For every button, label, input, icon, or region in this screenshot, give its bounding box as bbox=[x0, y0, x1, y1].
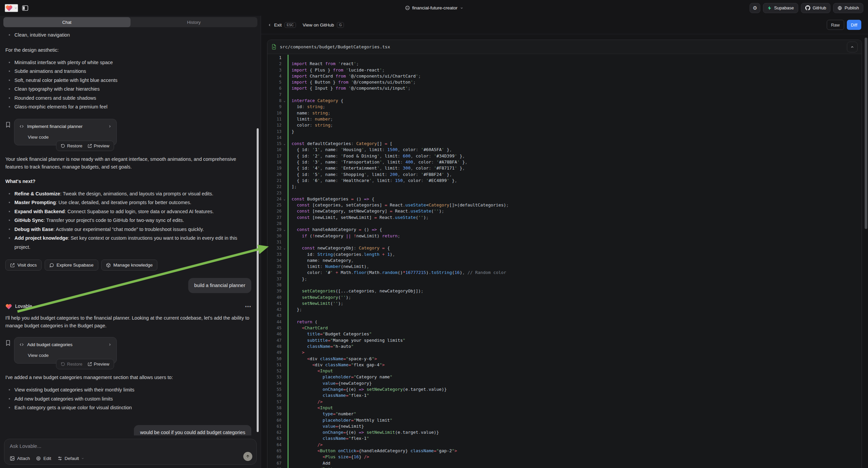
chat-scrollbar[interactable] bbox=[257, 128, 259, 432]
raw-toggle-button[interactable]: Raw bbox=[827, 20, 844, 30]
restore-button[interactable]: Restore bbox=[61, 361, 83, 367]
line-number: 28 bbox=[268, 221, 281, 227]
code-line: 41 setNewLimit(''); bbox=[268, 300, 862, 306]
code-line: 35 limit: Number(newLimit), bbox=[268, 264, 862, 270]
code-line: 66 <Plus size={16} /> bbox=[268, 454, 862, 460]
settings-button[interactable]: ⚙ bbox=[750, 3, 760, 13]
manage-knowledge-button[interactable]: Manage knowledge bbox=[101, 260, 157, 271]
tab-chat[interactable]: Chat bbox=[3, 17, 130, 27]
line-number: 64 bbox=[268, 442, 281, 448]
fold-gutter bbox=[281, 442, 287, 448]
code-line: 17 { id: '2', name: 'Food & Dining', lim… bbox=[268, 153, 862, 159]
line-number: 37 bbox=[268, 276, 281, 282]
file-header[interactable]: src/components/budget/BudgetCategories.t… bbox=[268, 40, 862, 54]
code-editor[interactable]: 12import React from 'react';3import { Pl… bbox=[268, 54, 862, 468]
code-line: 65 <Button onClick={handleAddCategory} c… bbox=[268, 448, 862, 454]
explore-supabase-button[interactable]: Explore Supabase bbox=[44, 260, 98, 271]
view-code-link[interactable]: View code bbox=[28, 133, 112, 141]
send-button[interactable] bbox=[243, 452, 252, 461]
code-scrollbar[interactable] bbox=[865, 38, 867, 229]
line-number: 51 bbox=[268, 362, 281, 368]
fold-gutter bbox=[281, 258, 287, 264]
fold-gutter bbox=[281, 319, 287, 325]
design-list: Minimalist interface with plenty of whit… bbox=[5, 58, 251, 112]
code-line: 18 { id: '3', name: 'Transportation', li… bbox=[268, 159, 862, 165]
exit-button[interactable]: Exit ESC bbox=[268, 22, 296, 28]
edit-button[interactable]: Edit bbox=[36, 456, 51, 461]
fold-chevron-icon[interactable]: ⌄ bbox=[281, 227, 287, 233]
code-text bbox=[287, 239, 862, 245]
line-number: 20 bbox=[268, 172, 281, 178]
fold-gutter bbox=[281, 233, 287, 239]
topbar: financial-future-creator ⚙ Supabase GitH… bbox=[0, 0, 868, 16]
code-line: 12 color: string; bbox=[268, 122, 862, 128]
chat-input[interactable] bbox=[10, 443, 252, 452]
fold-gutter bbox=[281, 448, 287, 454]
code-line: 26 const [newCategory, setNewCategory] =… bbox=[268, 208, 862, 214]
code-line: 60 placeholder="Monthly limit" bbox=[268, 417, 862, 423]
github-button[interactable]: GitHub bbox=[801, 3, 830, 13]
preview-button[interactable]: Preview bbox=[88, 143, 110, 148]
code-text: } bbox=[287, 128, 862, 135]
tab-history[interactable]: History bbox=[130, 17, 258, 27]
preview-button[interactable]: Preview bbox=[88, 361, 110, 367]
fold-gutter bbox=[281, 172, 287, 178]
code-text: </Button> bbox=[287, 466, 862, 468]
line-number: 30 bbox=[268, 233, 281, 239]
sidebar-toggle-button[interactable] bbox=[20, 3, 30, 13]
fold-gutter bbox=[281, 221, 287, 227]
line-number: 62 bbox=[268, 429, 281, 435]
code-text: id: String(categories.length + 1), bbox=[287, 252, 862, 258]
supabase-button[interactable]: Supabase bbox=[763, 3, 798, 13]
code-text: const handleAddCategory = () => { bbox=[287, 227, 862, 233]
code-line: 11 limit: number; bbox=[268, 116, 862, 122]
fold-chevron-icon[interactable]: ⌄ bbox=[281, 98, 287, 104]
fold-gutter bbox=[281, 331, 287, 337]
line-number: 66 bbox=[268, 454, 281, 460]
fold-chevron-icon[interactable]: ⌄ bbox=[281, 141, 287, 147]
fold-gutter bbox=[281, 460, 287, 466]
fold-gutter bbox=[281, 417, 287, 423]
code-line: 9 id: string; bbox=[268, 104, 862, 110]
project-switcher[interactable]: financial-future-creator bbox=[405, 0, 463, 16]
attach-button[interactable]: Attach bbox=[10, 456, 30, 461]
fold-gutter bbox=[281, 104, 287, 110]
code-line: 67 Add bbox=[268, 460, 862, 466]
code-line: 39 setCategories([...categories, newCate… bbox=[268, 288, 862, 294]
chevron-right-icon bbox=[108, 124, 112, 128]
model-selector[interactable]: Default bbox=[57, 456, 85, 461]
code-text: <Input bbox=[287, 368, 862, 374]
fold-chevron-icon[interactable]: ⌄ bbox=[281, 196, 287, 202]
view-code-link[interactable]: View code bbox=[28, 351, 112, 359]
line-number: 39 bbox=[268, 288, 281, 294]
bookmark-icon[interactable] bbox=[5, 340, 11, 363]
more-options-button[interactable]: ••• bbox=[245, 303, 251, 309]
version-card-add-budget-categories[interactable]: Add budget categories View code Restore bbox=[14, 337, 117, 363]
lovable-logo-menu[interactable] bbox=[5, 4, 18, 12]
diff-toggle-button[interactable]: Diff bbox=[847, 20, 861, 30]
fold-gutter bbox=[281, 184, 287, 190]
code-text: className="flex-1" bbox=[287, 392, 862, 399]
chat-message-list[interactable]: Clean, intuitive navigation For the desi… bbox=[0, 27, 261, 435]
fold-gutter bbox=[281, 392, 287, 399]
bookmark-icon[interactable] bbox=[5, 121, 11, 145]
code-text: interface Category { bbox=[287, 98, 862, 104]
fold-gutter bbox=[281, 386, 287, 392]
fold-gutter bbox=[281, 423, 287, 429]
view-on-github-button[interactable]: View on GitHub G bbox=[303, 22, 344, 28]
code-text: <Plus size={16} /> bbox=[287, 454, 862, 460]
fold-gutter bbox=[281, 264, 287, 270]
code-text bbox=[287, 221, 862, 227]
visit-docs-button[interactable]: Visit docs bbox=[5, 260, 41, 271]
collapse-file-button[interactable] bbox=[847, 41, 858, 52]
line-number: 50 bbox=[268, 356, 281, 362]
code-text bbox=[287, 92, 862, 98]
restore-button[interactable]: Restore bbox=[61, 143, 83, 148]
line-number: 31 bbox=[268, 239, 281, 245]
version-card-implement-financial-planner[interactable]: Implement financial planner View code Re… bbox=[14, 119, 117, 145]
line-number: 55 bbox=[268, 386, 281, 392]
fold-chevron-icon[interactable]: ⌄ bbox=[281, 245, 287, 251]
publish-button[interactable]: Publish bbox=[833, 3, 863, 13]
code-text: name: newCategory, bbox=[287, 258, 862, 264]
user-message-bubble: would be cool if you could add budget ca… bbox=[134, 425, 251, 436]
